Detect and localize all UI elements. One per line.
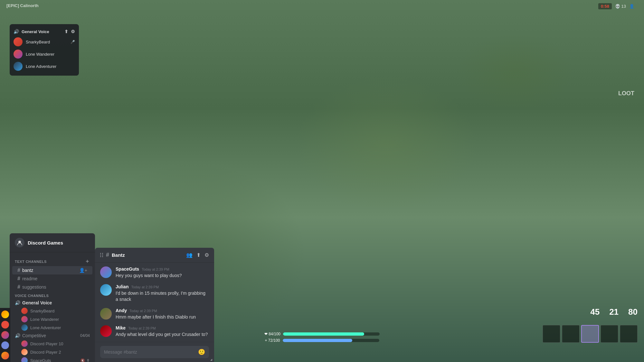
settings-icon[interactable]: ⚙ [204,252,209,258]
voice-member-snarky-sidebar: SnarkyBeard [10,307,95,315]
msg-author-spaceguts: SpaceGuts [116,266,139,272]
message-mike: Mike Today at 2:39 PM Andy what level di… [100,325,209,338]
hud-timer: 0:58 [598,3,612,9]
voice-panel-actions: ⬆ ⚙ [64,29,75,34]
msg-time-julian: Today at 2:39 PM [131,285,159,289]
chat-hash-icon: # [106,252,109,258]
msg-avatar-andy [100,308,112,320]
msg-time-andy: Today at 2:39 PM [129,309,157,313]
hud-ammo-stats: 45 21 80 [590,307,638,317]
chat-input-area: 🙂 [95,342,214,362]
player-name: [EPIC] Calinorth [6,3,39,8]
msg-author-mike: Mike [116,325,126,330]
voice-avatar-snarkybeard [14,37,23,46]
channel-readme[interactable]: # readme [12,274,92,283]
voice-member-name: SnarkyBeard [30,309,54,313]
msg-text-spaceguts: Hey you guys want to play duos? [116,273,182,279]
shield-bar-row: + 72/100 [265,338,379,343]
message-andy: Andy Today at 2:39 PM Hmm maybe after I … [100,308,209,320]
drag-gripper[interactable] [100,253,103,257]
msg-avatar-julian [100,284,112,296]
server-icon-discord-games[interactable] [1,311,9,318]
stat-ammo1: 45 [590,307,600,317]
voice-member-name-2: Lone Wanderer [30,317,59,322]
voice-member-lonewanderer: Lone Wanderer [10,48,79,60]
voice-channel-general[interactable]: 🔊 General Voice [10,299,95,307]
small-avatar-spaceguts [21,357,28,362]
hash-icon-2: # [17,276,20,282]
msg-header-julian: Julian Today at 2:39 PM [116,284,209,289]
server-icon-2[interactable] [1,321,9,329]
voice-channel-general-name: General Voice [22,300,52,305]
competitive-member-name-dp2: Discord Player 2 [30,350,61,355]
voice-panel-expand-icon[interactable]: ⬆ [64,29,68,34]
shield-label: + 72/100 [265,338,280,343]
voice-member-lonea-sidebar: Lone Adventurer [10,323,95,332]
small-avatar-lonea [21,324,28,331]
hud-skull-icon: 💀 13 [615,4,626,9]
comp-icons-sg: 🔇 🎙 [80,358,90,362]
channel-suggestions[interactable]: # suggestions [12,283,92,291]
health-hud: ❤ 84/100 + 72/100 [264,332,380,343]
voice-channels-label: VOICE CHANNELS [10,291,95,299]
msg-header-mike: Mike Today at 2:39 PM [116,325,208,330]
msg-content-mike: Mike Today at 2:39 PM Andy what level di… [116,325,208,338]
voice-avatar-lonewanderer [14,50,23,59]
msg-content-spaceguts: SpaceGuts Today at 2:39 PM Hey you guys … [116,266,182,279]
hud-loot: LOOT [618,90,634,97]
msg-time-mike: Today at 2:39 PM [128,326,156,330]
channel-name-readme: readme [22,276,37,281]
speaker-icon-general: 🔊 [15,300,20,305]
voice-panel-title: General Voice [22,29,49,34]
weapon-slot-2 [562,325,580,343]
health-bar-row: ❤ 84/100 [264,332,380,336]
hud-top-right: 0:58 💀 13 👤 [598,3,634,9]
voice-panel-header: 🔊 General Voice ⬆ ⚙ [10,27,79,36]
add-channel-icon[interactable]: ＋ [85,258,90,265]
chat-header-actions: 👥 ⬆ ⚙ [186,252,209,258]
shield-fill [283,339,352,342]
competitive-member-name-dp10: Discord Player 10 [30,341,63,346]
voice-panel-settings-icon[interactable]: ⚙ [71,29,75,34]
hud-players-icon: 👤 [629,4,634,9]
small-avatar-lonew [21,316,28,322]
chat-channel-name: Bantz [112,252,125,258]
competitive-channel-header[interactable]: 🔊 Competitive 04/04 [10,332,95,339]
messages-area: SpaceGuts Today at 2:39 PM Hey you guys … [95,263,214,342]
hash-icon: # [17,267,20,273]
add-user-icon[interactable]: 👤+ [79,268,87,273]
stat-ammo2: 21 [609,307,619,317]
competitive-member-name-sg: SpaceGuts [30,358,51,362]
chat-input[interactable] [104,349,198,355]
server-sidebar [0,308,10,362]
server-icon-main [15,238,24,247]
competitive-member-dp2: Discord Player 2 [10,348,95,356]
competitive-member-dp10: Discord Player 10 [10,339,95,348]
server-icon-3[interactable] [1,331,9,339]
msg-header-spaceguts: SpaceGuts Today at 2:39 PM [116,266,182,272]
hash-icon-3: # [17,284,20,290]
voice-member-snarkybeard: SnarkyBeard 🎤 [10,36,79,48]
voice-speaker-icon: 🔊 [14,29,19,34]
chat-header: # Bantz 👥 ⬆ ⚙ [95,248,214,263]
resize-handle[interactable]: ◢ [210,358,214,362]
emoji-picker-icon[interactable]: 🙂 [198,348,205,356]
voice-member-loneadventurer: Lone Adventurer [10,60,79,72]
channel-name-bantz: bantz [22,268,33,273]
health-label: ❤ 84/100 [264,332,280,336]
server-icon-5[interactable] [1,352,9,359]
chat-header-left: # Bantz [100,252,125,258]
message-spaceguts: SpaceGuts Today at 2:39 PM Hey you guys … [100,266,209,279]
small-avatar-dp2 [21,349,28,355]
voice-member-name-lonewanderer: Lone Wanderer [26,52,75,57]
channel-bantz[interactable]: # bantz 👤+ [12,266,92,274]
server-header[interactable]: Discord Games [10,233,95,252]
competitive-count: 04/04 [80,333,90,338]
msg-author-andy: Andy [116,308,127,313]
members-icon[interactable]: 👥 [186,252,193,258]
weapon-slot-4 [601,325,618,343]
server-icon-4[interactable] [1,341,9,349]
msg-avatar-mike [100,325,112,337]
voice-avatar-loneadventurer [14,62,23,71]
popout-icon[interactable]: ⬆ [196,252,201,258]
